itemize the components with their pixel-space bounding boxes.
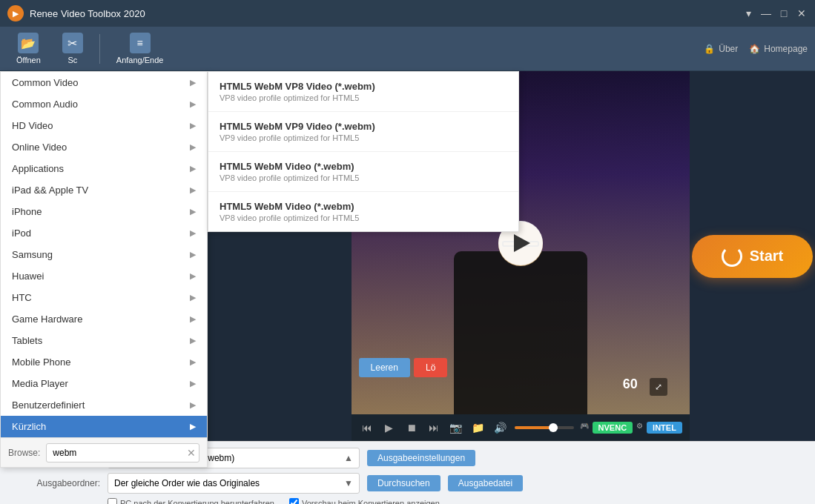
sc-button[interactable]: ✂ Sc — [53, 29, 92, 68]
submenu-item-desc: VP8 video profile optimized for HTML5 — [220, 173, 507, 182]
nvenc-badge[interactable]: NVENC — [593, 422, 633, 434]
arrow-icon: ▶ — [190, 164, 196, 173]
window-controls[interactable]: ▾ — □ ✕ — [742, 7, 808, 19]
arrow-icon: ▶ — [190, 228, 196, 238]
loschen-button[interactable]: Lö — [414, 358, 447, 377]
start-area: Start — [690, 71, 815, 441]
anfang-ende-label: Anfang/Ende — [116, 56, 164, 64]
maximize-button[interactable]: □ — [778, 7, 790, 19]
ausgabeeinstellungen-button[interactable]: Ausgabeeinstellungen — [367, 450, 475, 466]
menu-item-ipod[interactable]: iPod ▶ — [1, 222, 207, 244]
arrow-icon: ▶ — [190, 379, 196, 388]
expand-button[interactable]: ⤢ — [650, 378, 667, 396]
format-submenu: HTML5 WebM VP8 Video (*.webm) VP8 video … — [208, 71, 519, 232]
shutdown-checkbox[interactable] — [108, 498, 117, 504]
anfang-ende-button[interactable]: ≡ Anfang/Ende — [108, 29, 173, 68]
shutdown-label: PC nach der Konvertierung herunterfahren — [120, 499, 274, 505]
minimize-icon[interactable]: ▾ — [742, 7, 754, 19]
minimize-button[interactable]: — — [760, 7, 772, 19]
open-button[interactable]: 📂 Öffnen — [7, 29, 50, 68]
sc-icon: ✂ — [62, 33, 83, 53]
checkbox-preview[interactable]: Vorschau beim Konvertieren anzeigen — [289, 498, 440, 504]
submenu-item-title: HTML5 WebM Video (*.webm) — [220, 161, 507, 172]
volume-thumb[interactable] — [549, 423, 558, 432]
browse-label: Browse: — [8, 448, 40, 458]
submenu-item-0[interactable]: HTML5 WebM VP8 Video (*.webm) VP8 video … — [208, 72, 518, 112]
intel-badge[interactable]: INTEL — [647, 422, 682, 434]
hardware-badges: 🎮 NVENC ⚙ INTEL — [580, 422, 682, 434]
nvenc-icon: 🎮 — [580, 422, 589, 434]
volume-slider[interactable] — [515, 426, 574, 429]
menu-item-mobile-phone[interactable]: Mobile Phone ▶ — [1, 351, 207, 373]
menu-item-label: Kürzlich — [12, 421, 46, 432]
menu-item-common-audio[interactable]: Common Audio ▶ — [1, 93, 207, 115]
browse-clear-button[interactable]: ✕ — [187, 447, 196, 459]
menu-item-game-hardware[interactable]: Game Hardware ▶ — [1, 308, 207, 330]
camera-button[interactable]: 📷 — [448, 420, 464, 436]
menu-item-common-video[interactable]: Common Video ▶ — [1, 72, 207, 93]
menu-item-label: HTC — [12, 292, 32, 303]
video-controls: ⏮ ▶ ⏹ ⏭ 📷 📁 🔊 🎮 NVENC ⚙ INTEL — [352, 414, 690, 441]
play-pause-button[interactable]: ▶ — [381, 420, 397, 436]
stop-button[interactable]: ⏹ — [403, 420, 420, 436]
submenu-item-1[interactable]: HTML5 WebM VP9 Video (*.webm) VP9 video … — [208, 112, 518, 152]
sc-label: Sc — [67, 56, 77, 64]
app-title: Renee Video Toolbox 2020 — [30, 8, 742, 19]
menu-item-htc[interactable]: HTC ▶ — [1, 287, 207, 308]
submenu-item-title: HTML5 WebM Video (*.webm) — [220, 201, 507, 212]
arrow-icon: ▶ — [190, 314, 196, 324]
leeren-button[interactable]: Leeren — [359, 358, 410, 377]
preview-label: Vorschau beim Konvertieren anzeigen — [302, 499, 440, 505]
uber-button[interactable]: 🔒 Über — [704, 44, 738, 54]
submenu-item-3[interactable]: HTML5 WebM Video (*.webm) VP8 video prof… — [208, 192, 518, 231]
menu-item-huawei[interactable]: Huawei ▶ — [1, 265, 207, 287]
homepage-label: Homepage — [764, 44, 808, 54]
menu-item-label: Huawei — [12, 271, 44, 282]
menu-item-kurzlich[interactable]: Kürzlich ▶ — [1, 416, 207, 437]
dropdown-overlay: Common Video ▶ Common Audio ▶ HD Video ▶… — [0, 71, 352, 441]
preview-checkbox[interactable] — [289, 498, 299, 504]
submenu-item-title: HTML5 WebM VP8 Video (*.webm) — [220, 81, 507, 92]
folder-button[interactable]: 📁 — [470, 420, 486, 436]
menu-item-samsung[interactable]: Samsung ▶ — [1, 244, 207, 265]
app-logo: ▶ — [7, 5, 24, 21]
volume-icon: 🔊 — [492, 420, 509, 436]
menu-item-label: Common Audio — [12, 99, 78, 110]
menu-item-media-player[interactable]: Media Player ▶ — [1, 373, 207, 394]
menu-item-label: iPod — [12, 228, 31, 239]
homepage-button[interactable]: 🏠 Homepage — [749, 44, 808, 54]
category-menu: Common Video ▶ Common Audio ▶ HD Video ▶… — [0, 71, 208, 468]
start-label: Start — [750, 248, 784, 265]
menu-item-label: Game Hardware — [12, 314, 82, 325]
arrow-icon: ▶ — [190, 293, 196, 302]
menu-item-tablets[interactable]: Tablets ▶ — [1, 330, 207, 351]
menu-item-hd-video[interactable]: HD Video ▶ — [1, 115, 207, 136]
anfang-icon: ≡ — [130, 33, 151, 53]
menu-item-applications[interactable]: Applications ▶ — [1, 158, 207, 179]
start-button[interactable]: Start — [692, 235, 814, 278]
menu-item-iphone[interactable]: iPhone ▶ — [1, 201, 207, 222]
arrow-icon: ▶ — [190, 142, 196, 152]
durchsuchen-button[interactable]: Durchsuchen — [367, 475, 441, 491]
menu-item-label: Applications — [12, 163, 64, 174]
menu-item-label: iPad && Apple TV — [12, 185, 88, 196]
skip-forward-button[interactable]: ⏭ — [426, 420, 442, 436]
menu-item-benutzerdefiniert[interactable]: Benutzerdefiniert ▶ — [1, 394, 207, 416]
menu-item-ipad-apple-tv[interactable]: iPad && Apple TV ▶ — [1, 179, 207, 201]
intel-icon: ⚙ — [636, 422, 643, 434]
open-label: Öffnen — [16, 56, 41, 64]
checkbox-row: PC nach der Konvertierung herunterfahren… — [11, 498, 804, 504]
checkbox-shutdown[interactable]: PC nach der Konvertierung herunterfahren — [108, 498, 274, 504]
volume-fill — [515, 426, 553, 429]
menu-item-online-video[interactable]: Online Video ▶ — [1, 136, 207, 158]
arrow-icon: ▶ — [190, 357, 196, 367]
submenu-item-2[interactable]: HTML5 WebM Video (*.webm) VP8 video prof… — [208, 152, 518, 192]
ausgabedatei-button[interactable]: Ausgabedatei — [448, 475, 523, 491]
action-buttons: Leeren Lö — [359, 358, 448, 377]
menu-item-label: Benutzerdefiniert — [12, 399, 85, 411]
browse-input[interactable] — [46, 443, 199, 462]
skip-back-button[interactable]: ⏮ — [359, 420, 375, 436]
ausgabeordner-select[interactable]: Der gleiche Order wie das Originales ▼ — [108, 473, 360, 494]
close-button[interactable]: ✕ — [796, 7, 808, 19]
arrow-icon: ▶ — [190, 271, 196, 281]
